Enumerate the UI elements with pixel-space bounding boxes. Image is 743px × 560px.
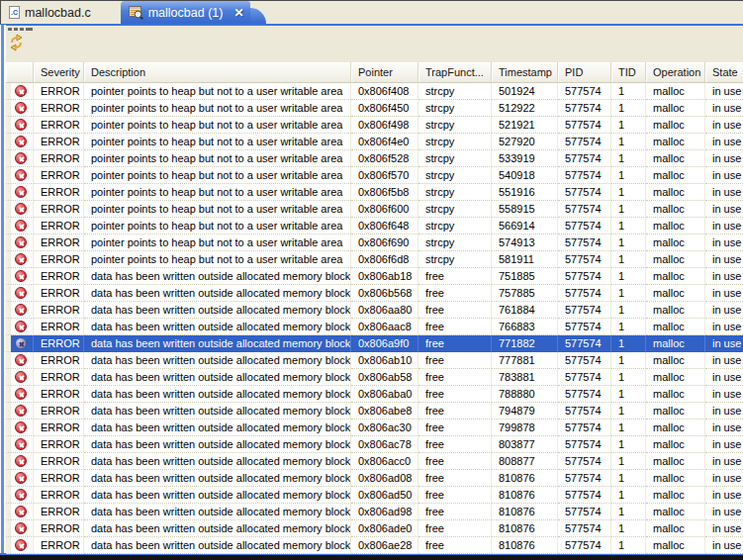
table-body: ERRORpointer points to heap but not to a… (6, 83, 743, 554)
table-row[interactable]: ERRORdata has been written outside alloc… (6, 420, 743, 436)
cell-timestamp: 788880 (492, 386, 558, 403)
cell-timestamp: 808877 (492, 453, 558, 470)
cell-description: data has been written outside allocated … (84, 268, 351, 285)
column-header-timestamp[interactable]: Timestamp (492, 62, 558, 83)
table-row[interactable]: ERRORpointer points to heap but not to a… (6, 201, 743, 218)
column-header-severity[interactable]: Severity (34, 62, 84, 83)
severity-icon-cell (11, 234, 34, 251)
column-header-description[interactable]: Description (84, 62, 351, 83)
cell-operation: malloc (646, 520, 705, 537)
table-row[interactable]: ERRORdata has been written outside alloc… (6, 285, 743, 302)
cell-trap: strcpy (418, 134, 492, 150)
cell-pid: 577574 (558, 167, 611, 184)
column-header-trapfunction[interactable]: TrapFunct... (418, 62, 492, 83)
column-header-pid[interactable]: PID (558, 62, 611, 83)
cell-operation: malloc (646, 302, 705, 319)
cell-timestamp: 794879 (492, 403, 558, 420)
table-row[interactable]: ERRORdata has been written outside alloc… (6, 537, 743, 554)
table-row[interactable]: ERRORdata has been written outside alloc… (6, 386, 743, 403)
cell-timestamp: 777881 (492, 352, 558, 369)
cell-pid: 577574 (558, 184, 611, 201)
editor-tab-bar: .C mallocbad.c mallocbad (1) ✕ (0, 1, 743, 24)
column-header-icon[interactable] (6, 62, 34, 83)
cell-pid: 577574 (558, 100, 611, 117)
cell-pid: 577574 (558, 403, 611, 420)
severity-icon-cell (11, 420, 34, 436)
cell-state: in use (705, 201, 743, 218)
cell-description: pointer points to heap but not to a user… (84, 167, 351, 184)
column-header-pointer[interactable]: Pointer (351, 62, 418, 83)
cell-state: in use (705, 403, 743, 420)
cell-pointer: 0x806ae28 (351, 537, 418, 554)
table-header-row: Severity Description Pointer TrapFunct..… (6, 62, 743, 83)
table-row[interactable]: ERRORpointer points to heap but not to a… (6, 83, 743, 100)
cell-severity: ERROR (34, 100, 84, 117)
table-row[interactable]: ERRORpointer points to heap but not to a… (6, 251, 743, 268)
table-row[interactable]: ERRORpointer points to heap but not to a… (6, 117, 743, 134)
cell-pointer: 0x806f690 (351, 234, 418, 251)
cell-trap: free (418, 302, 492, 319)
cell-pointer: 0x806f648 (351, 218, 418, 234)
cell-severity: ERROR (34, 268, 84, 285)
cell-severity: ERROR (34, 403, 84, 420)
sync-arrows-icon[interactable] (8, 32, 28, 57)
cell-severity: ERROR (34, 218, 84, 234)
close-icon[interactable]: ✕ (233, 7, 243, 19)
cell-timestamp: 533919 (492, 150, 558, 167)
cell-timestamp: 527920 (492, 134, 558, 150)
cell-operation: malloc (646, 268, 705, 285)
table-row[interactable]: ERRORdata has been written outside alloc… (6, 436, 743, 453)
cell-state: in use (705, 369, 743, 386)
table-row[interactable]: ERRORdata has been written outside alloc… (6, 403, 743, 420)
cell-trap: strcpy (418, 184, 492, 201)
table-row[interactable]: ERRORdata has been written outside alloc… (6, 504, 743, 520)
cell-trap: free (418, 285, 492, 302)
cell-timestamp: 761884 (492, 302, 558, 319)
memory-errors-table: Severity Description Pointer TrapFunct..… (6, 62, 743, 554)
cell-timestamp: 799878 (492, 420, 558, 436)
cell-pid: 577574 (558, 436, 611, 453)
cell-timestamp: 803877 (492, 436, 558, 453)
cell-tid: 1 (611, 201, 646, 218)
table-row[interactable]: ERRORdata has been written outside alloc… (6, 487, 743, 504)
table-row[interactable]: ERRORpointer points to heap but not to a… (6, 150, 743, 167)
table-row[interactable]: ERRORpointer points to heap but not to a… (6, 134, 743, 150)
error-icon (15, 489, 27, 501)
table-row[interactable]: ERRORdata has been written outside alloc… (6, 352, 743, 369)
table-row[interactable]: ERRORpointer points to heap but not to a… (6, 218, 743, 234)
tab-mallocbad-1[interactable]: mallocbad (1) ✕ (121, 1, 250, 24)
tab-mallocbad-c[interactable]: .C mallocbad.c (1, 1, 99, 24)
table-row[interactable]: ERRORdata has been written outside alloc… (6, 470, 743, 487)
table-row[interactable]: ERRORdata has been written outside alloc… (6, 335, 743, 352)
cell-state: in use (705, 251, 743, 268)
cell-timestamp: 581911 (492, 251, 558, 268)
memory-analysis-editor-window: .C mallocbad.c mallocbad (1) ✕ (0, 0, 743, 560)
table-row[interactable]: ERRORpointer points to heap but not to a… (6, 167, 743, 184)
severity-icon-cell (11, 117, 34, 134)
table-row[interactable]: ERRORdata has been written outside alloc… (6, 319, 743, 335)
cell-tid: 1 (611, 436, 646, 453)
severity-icon-cell (11, 268, 34, 285)
cell-pid: 577574 (558, 369, 611, 386)
cell-pid: 577574 (558, 268, 611, 285)
table-row[interactable]: ERRORdata has been written outside alloc… (6, 302, 743, 319)
column-header-state[interactable]: State (705, 62, 743, 83)
table-row[interactable]: ERRORdata has been written outside alloc… (6, 520, 743, 537)
cell-operation: malloc (646, 335, 705, 352)
column-header-tid[interactable]: TID (611, 62, 646, 83)
table-row[interactable]: ERRORpointer points to heap but not to a… (6, 184, 743, 201)
severity-icon-cell (11, 453, 34, 470)
cell-pid: 577574 (558, 302, 611, 319)
table-row[interactable]: ERRORdata has been written outside alloc… (6, 369, 743, 386)
cell-operation: malloc (646, 487, 705, 504)
cell-pointer: 0x806abe8 (351, 403, 418, 420)
column-header-operation[interactable]: Operation (646, 62, 705, 83)
table-row[interactable]: ERRORpointer points to heap but not to a… (6, 100, 743, 117)
error-icon (15, 388, 27, 400)
table-row[interactable]: ERRORdata has been written outside alloc… (6, 453, 743, 470)
table-row[interactable]: ERRORdata has been written outside alloc… (6, 268, 743, 285)
cell-severity: ERROR (34, 134, 84, 150)
cell-severity: ERROR (34, 251, 84, 268)
error-icon (15, 455, 27, 467)
table-row[interactable]: ERRORpointer points to heap but not to a… (6, 234, 743, 251)
